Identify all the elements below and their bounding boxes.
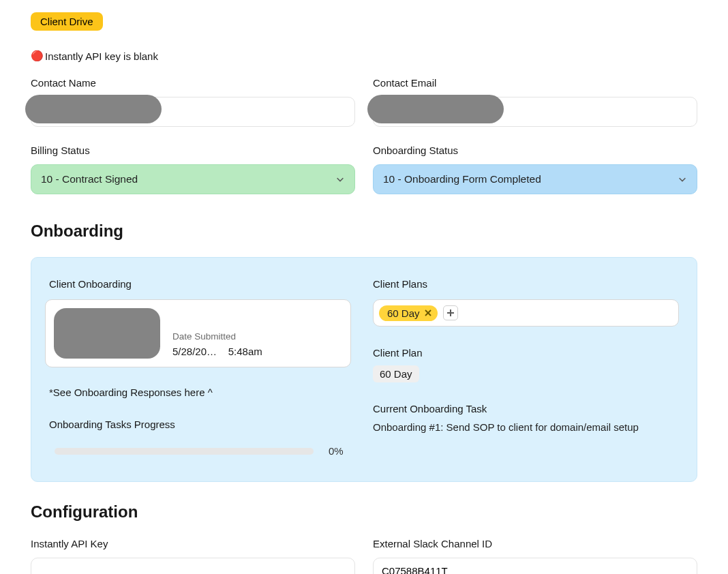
client-onboarding-redacted <box>54 308 160 359</box>
current-onboarding-task-value: Onboarding #1: Send SOP to client for do… <box>373 421 679 433</box>
plan-chip[interactable]: 60 Day <box>379 305 438 321</box>
warning-icon: 🔴 <box>31 50 44 62</box>
onboarding-section-title: Onboarding <box>31 222 697 241</box>
onboarding-note: *See Onboarding Responses here ^ <box>49 387 355 398</box>
client-drive-button[interactable]: Client Drive <box>31 12 103 31</box>
client-plan-label: Client Plan <box>373 347 679 359</box>
slack-channel-id-label: External Slack Channel ID <box>373 538 697 549</box>
client-onboarding-label: Client Onboarding <box>49 278 355 290</box>
api-key-warning: 🔴 Instantly API key is blank <box>31 50 697 62</box>
client-plans-label: Client Plans <box>373 278 679 290</box>
chevron-down-icon <box>678 175 687 184</box>
onboarding-panel: Client Onboarding Date Submitted 5/28/20… <box>31 257 697 482</box>
client-plan-value: 60 Day <box>373 365 419 382</box>
client-plans-chipbox[interactable]: 60 Day <box>373 299 679 327</box>
billing-status-value: 10 - Contract Signed <box>41 173 138 185</box>
date-submitted-date: 5/28/20… <box>172 346 217 357</box>
client-onboarding-card[interactable]: Date Submitted 5/28/20… 5:48am <box>45 299 351 367</box>
add-plan-button[interactable] <box>443 305 458 320</box>
current-onboarding-task-label: Current Onboarding Task <box>373 403 679 414</box>
date-submitted-time: 5:48am <box>228 346 262 357</box>
onboarding-status-select[interactable]: 10 - Onboarding Form Completed <box>373 164 697 194</box>
date-submitted-label: Date Submitted <box>172 331 262 342</box>
chevron-down-icon <box>335 175 345 184</box>
billing-status-select[interactable]: 10 - Contract Signed <box>31 164 355 194</box>
warning-text: Instantly API key is blank <box>45 50 158 62</box>
instantly-api-key-label: Instantly API Key <box>31 538 355 549</box>
onboarding-progress-bar <box>55 448 314 455</box>
onboarding-progress-pct: 0% <box>329 445 344 457</box>
plus-icon <box>446 309 455 317</box>
onboarding-status-label: Onboarding Status <box>373 145 697 156</box>
configuration-section-title: Configuration <box>31 502 697 522</box>
close-icon[interactable] <box>424 309 432 317</box>
contact-email-label: Contact Email <box>373 77 697 89</box>
billing-status-label: Billing Status <box>31 145 355 156</box>
plan-chip-label: 60 Day <box>387 307 420 319</box>
onboarding-status-value: 10 - Onboarding Form Completed <box>383 173 541 185</box>
contact-name-label: Contact Name <box>31 77 355 89</box>
instantly-api-key-input[interactable] <box>31 558 355 574</box>
onboarding-progress-label: Onboarding Tasks Progress <box>49 419 355 430</box>
slack-channel-id-input[interactable] <box>373 558 697 574</box>
